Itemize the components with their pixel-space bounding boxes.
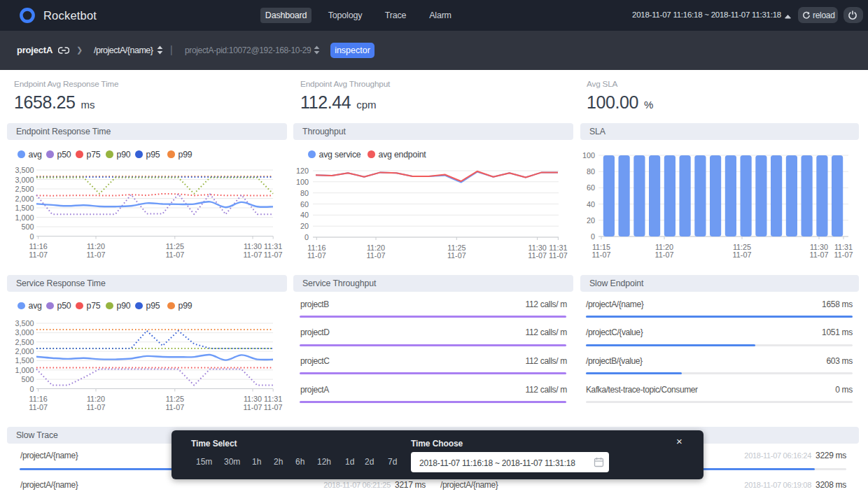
svg-text:20: 20: [587, 216, 595, 225]
svg-text:11-07: 11-07: [29, 403, 48, 411]
svg-text:11-07: 11-07: [447, 251, 466, 260]
svg-text:11:30: 11:30: [244, 395, 262, 403]
svg-text:0: 0: [304, 233, 309, 241]
svg-text:11:16: 11:16: [29, 395, 48, 403]
svg-text:0: 0: [29, 232, 34, 241]
svg-text:11:25: 11:25: [733, 243, 751, 251]
svg-text:80: 80: [587, 167, 595, 176]
svg-text:11-07: 11-07: [264, 403, 283, 411]
svg-text:2,000: 2,000: [15, 347, 34, 355]
svg-text:11-07: 11-07: [87, 403, 106, 411]
svg-text:500: 500: [21, 375, 34, 383]
svg-text:100: 100: [582, 151, 595, 160]
svg-text:11-07: 11-07: [834, 250, 853, 259]
svg-text:11-07: 11-07: [367, 251, 386, 260]
svg-text:11-07: 11-07: [528, 251, 547, 260]
svg-text:11:31: 11:31: [834, 243, 853, 251]
svg-text:11-07: 11-07: [244, 250, 262, 259]
svg-text:80: 80: [300, 189, 309, 197]
svg-text:0: 0: [29, 385, 34, 393]
svg-text:11:20: 11:20: [87, 242, 105, 250]
svg-text:11-07: 11-07: [307, 251, 326, 260]
svg-text:2,500: 2,500: [15, 185, 34, 193]
svg-text:3,000: 3,000: [15, 176, 34, 184]
svg-text:11:25: 11:25: [447, 244, 465, 252]
svg-text:11-07: 11-07: [29, 250, 48, 259]
svg-text:11:30: 11:30: [528, 244, 546, 252]
svg-text:2,500: 2,500: [15, 338, 34, 346]
svg-text:11:30: 11:30: [810, 243, 828, 251]
svg-text:1,500: 1,500: [15, 356, 34, 365]
svg-text:11:20: 11:20: [367, 244, 385, 252]
svg-text:60: 60: [587, 183, 595, 192]
svg-text:120: 120: [296, 167, 309, 175]
svg-text:11:25: 11:25: [166, 242, 184, 250]
svg-text:11:25: 11:25: [166, 395, 184, 403]
svg-text:1,500: 1,500: [15, 204, 34, 212]
svg-text:11-07: 11-07: [165, 403, 184, 411]
svg-text:1,000: 1,000: [15, 366, 34, 374]
svg-text:11-07: 11-07: [87, 250, 106, 259]
svg-text:40: 40: [587, 200, 595, 209]
svg-text:11:20: 11:20: [655, 243, 673, 251]
svg-text:11-07: 11-07: [244, 403, 262, 411]
svg-text:11-07: 11-07: [733, 250, 752, 259]
svg-text:3,500: 3,500: [15, 166, 34, 174]
svg-text:11:31: 11:31: [264, 242, 282, 250]
svg-text:20: 20: [300, 222, 309, 230]
svg-text:100: 100: [296, 178, 309, 186]
svg-text:2,000: 2,000: [15, 195, 34, 203]
svg-text:11:16: 11:16: [29, 242, 48, 250]
svg-text:11-07: 11-07: [264, 250, 283, 259]
svg-text:11-07: 11-07: [655, 250, 674, 259]
svg-text:11:16: 11:16: [307, 244, 326, 252]
svg-text:40: 40: [300, 211, 309, 219]
svg-text:1,000: 1,000: [15, 213, 34, 222]
svg-text:11:31: 11:31: [549, 244, 567, 252]
svg-text:3,500: 3,500: [15, 319, 34, 327]
svg-text:11:30: 11:30: [244, 242, 262, 250]
svg-text:11-07: 11-07: [810, 250, 829, 259]
svg-text:500: 500: [21, 223, 34, 231]
svg-text:11-07: 11-07: [549, 251, 568, 260]
svg-text:60: 60: [300, 200, 309, 209]
svg-text:11:20: 11:20: [87, 395, 105, 403]
svg-text:11:31: 11:31: [264, 395, 282, 403]
svg-text:11:15: 11:15: [592, 243, 610, 251]
svg-text:3,000: 3,000: [15, 328, 34, 337]
svg-text:11-07: 11-07: [592, 250, 611, 259]
svg-text:11-07: 11-07: [165, 250, 184, 259]
svg-text:0: 0: [591, 232, 595, 241]
